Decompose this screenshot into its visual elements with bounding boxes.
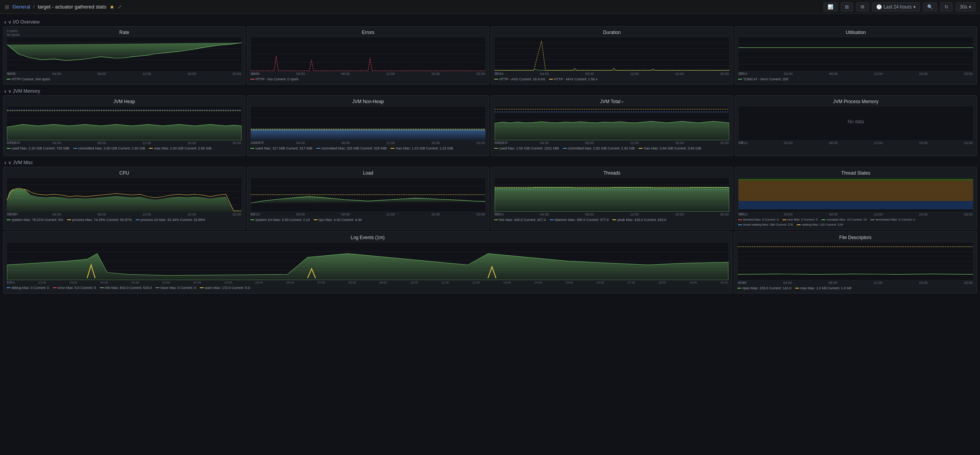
jvm-nonheap-chart-container: 1.40 GiB954 MiB477 MiB0 B: [250, 106, 486, 145]
bottom-grid: Log Events (1m) 1 K7505002500: [3, 231, 977, 294]
thread-states-x-ticks: 00:0004:0008:0012:0016:0020:00: [738, 212, 973, 217]
header-left: ⊞ General / target - actuator gathered s…: [5, 4, 122, 10]
utilisation-svg-container: 00:0004:0008:0012:0016:0020:00: [738, 37, 973, 76]
jvm-memory-section-header[interactable]: ∨ JVM Memory: [3, 86, 977, 95]
cpu-chart: [7, 177, 242, 212]
rate-title: Rate: [7, 30, 242, 35]
errors-x-ticks: 00:0004:0008:0012:0016:0020:00: [250, 71, 486, 76]
cpu-legend: system Max: 78.21% Current: 0% process M…: [7, 218, 242, 222]
jvm-total-chart-container: 4.66 GiB3.73 GiB2.79 GiB1.86 GiB954 MiB0…: [494, 106, 730, 145]
errors-chart-container: 0.0200 ops/s0.0150 ops/s0.0100 ops/s0.00…: [250, 37, 486, 76]
jvm-total-legend: used Max: 2.50 GiB Current: 1021 MiB com…: [494, 146, 730, 150]
duration-title: Duration: [494, 30, 730, 35]
duration-panel: Duration 30 s25 s20 s15 s10 s5 s0 s: [491, 26, 733, 85]
header: ⊞ General / target - actuator gathered s…: [0, 0, 980, 14]
clock-icon: 🕐: [876, 4, 882, 10]
thread-states-chart-container: 3002001000: [738, 177, 973, 217]
duration-chart-container: 30 s25 s20 s15 s10 s5 s0 s: [494, 37, 730, 76]
duration-legend: HTTP - AVG Current: 19.9 ms HTTP - MAX C…: [494, 77, 730, 81]
jvm-memory-grid: JVM Heap 2.79 GiB1.86 GiB954 MiB0 B: [3, 95, 977, 156]
star-icon[interactable]: ★: [110, 4, 115, 10]
rate-chart-container: 300 ops/s250 ops/s200 ops/s150 ops/s100 …: [7, 37, 242, 76]
load-x-ticks: 00:0004:0008:0012:0016:0020:00: [250, 212, 486, 217]
file-descriptors-x-ticks: 00:0004:0008:0012:0016:0020:00: [737, 280, 973, 285]
cpu-title: CPU: [7, 170, 242, 176]
jvm-nonheap-chart: [250, 106, 486, 141]
file-descriptors-chart-container: 10 Mil1 Mil100 K10 K1 K100101: [737, 242, 973, 285]
jvm-nonheap-title: JVM Non-Heap: [250, 99, 486, 104]
io-overview-section-header[interactable]: ∨ I/O Overview: [3, 17, 977, 26]
rate-chart: [7, 37, 242, 71]
threads-chart-container: 5004003002001000: [494, 177, 730, 217]
svg-rect-50: [738, 180, 973, 201]
file-descriptors-chart: [737, 242, 973, 280]
rate-x-ticks: 00:0004:0008:0012:0016:0020:00: [7, 71, 242, 76]
threads-title: Threads: [494, 170, 730, 176]
page-title: target - actuator gathered stats: [38, 4, 106, 10]
errors-chart: [250, 37, 486, 71]
cpu-svg-container: 00:0004:0008:0012:0016:0020:00: [7, 177, 242, 217]
rate-panel: Rate 300 ops/s250 ops/s200 ops/s150 ops/…: [3, 26, 245, 85]
refresh-rate-button[interactable]: 30s ▾: [956, 2, 975, 12]
time-range-button[interactable]: 🕐 Last 24 hours ▾: [872, 2, 920, 12]
jvm-nonheap-svg-container: 00:0004:0008:0012:0016:0020:00: [250, 106, 486, 145]
thread-states-legend: blocked Max: 0 Current: 0 new Max: 0 Cur…: [738, 218, 973, 226]
share-icon[interactable]: ⤢: [118, 4, 122, 10]
errors-panel: Errors 0.0200 ops/s0.0150 ops/s0.0100 op…: [247, 26, 489, 85]
jvm-heap-panel: JVM Heap 2.79 GiB1.86 GiB954 MiB0 B: [3, 95, 245, 156]
rate-svg-container: 00:0004:0008:0012:0016:0020:00: [7, 37, 242, 76]
thread-states-title: Thread States: [738, 170, 973, 176]
errors-legend: HTTP - 5xx Current: 0 ops/s: [250, 77, 486, 81]
log-events-chart: [7, 242, 729, 280]
jvm-process-memory-panel: JVM Process Memory 1 B0.750 B0.500 B0.25…: [735, 95, 977, 156]
utilisation-chart-container: 250200150100500: [738, 37, 973, 76]
jvm-nonheap-legend: used Max: 317 MiB Current: 317 MiB commi…: [250, 146, 486, 150]
log-events-x-ticks: 21:0022:0023:0000:0001:0002:0003:0004:00…: [7, 280, 729, 285]
load-title: Load: [250, 170, 486, 176]
cpu-x-ticks: 00:0004:0008:0012:0016:0020:00: [7, 212, 242, 217]
jvm-heap-chart: [7, 106, 242, 141]
dashboard-settings-button[interactable]: ⊞: [841, 2, 853, 12]
breadcrumb-general[interactable]: General: [12, 4, 30, 10]
utilisation-panel: Utilisation 250200150100500: [735, 26, 977, 85]
duration-x-ticks: 00:0004:0008:0012:0016:0020:00: [494, 71, 730, 76]
jvm-total-panel: JVM Total ▾ 4.66 GiB3.73 GiB2.79 GiB1.86…: [491, 95, 733, 156]
thread-states-chart: [738, 177, 973, 212]
no-data-label: No data: [738, 106, 973, 137]
chart-type-button[interactable]: 📊: [823, 2, 838, 12]
refresh-rate-label: 30s: [960, 4, 967, 10]
zoom-out-button[interactable]: 🔍: [923, 2, 937, 12]
jvm-total-dropdown[interactable]: ▾: [622, 100, 623, 104]
jvm-process-memory-chart: No data: [738, 106, 973, 141]
utilisation-x-ticks: 00:0004:0008:0012:0016:0020:00: [738, 71, 973, 76]
file-descriptors-svg-container: 00:0004:0008:0012:0016:0020:00: [737, 242, 973, 285]
cpu-panel: CPU 100.0%80.0%60.0%40.0%20.0%0%: [3, 167, 245, 230]
utilisation-title: Utilisation: [738, 30, 973, 35]
log-events-title: Log Events (1m): [7, 235, 729, 240]
jvm-total-svg-container: 00:0004:0008:0012:0016:0020:00: [494, 106, 730, 145]
jvm-process-memory-legend: [738, 146, 973, 153]
jvm-total-chart: [494, 106, 730, 141]
svg-rect-51: [738, 201, 973, 210]
file-descriptors-panel: File Descriptors 10 Mil1 Mil100 K10 K1 K…: [734, 231, 977, 294]
jvm-total-title: JVM Total ▾: [494, 99, 730, 104]
jvm-misc-grid: CPU 100.0%80.0%60.0%40.0%20.0%0%: [3, 167, 977, 230]
load-panel: Load 8.06.04.02.00: [247, 167, 489, 230]
log-events-legend: debug Max: 0 Current: 0 error Max: 5.0 C…: [7, 286, 729, 290]
log-events-svg-container: 21:0022:0023:0000:0001:0002:0003:0004:00…: [7, 242, 729, 285]
threads-panel: Threads 5004003002001000: [491, 167, 733, 230]
header-right: 📊 ⊞ ⚙ 🕐 Last 24 hours ▾ 🔍 ↻ 30s ▾: [823, 2, 975, 12]
jvm-heap-chart-container: 2.79 GiB1.86 GiB954 MiB0 B: [7, 106, 242, 145]
utilisation-chart: [738, 37, 973, 71]
jvm-heap-legend: used Max: 2.20 GiB Current: 703 MiB comm…: [7, 146, 242, 150]
refresh-button[interactable]: ↻: [940, 2, 953, 12]
jvm-misc-section-header[interactable]: ∨ JVM Misc: [3, 158, 977, 167]
grid-icon: ⊞: [5, 4, 9, 10]
settings-button[interactable]: ⚙: [856, 2, 869, 12]
duration-svg-container: 00:0004:0008:0012:0016:0020:00: [494, 37, 730, 76]
threads-svg-container: 00:0004:0008:0012:0016:0020:00: [494, 177, 730, 217]
threads-legend: live Max: 430.0 Current: 427.0 daemon Ma…: [494, 218, 730, 222]
threads-x-ticks: 00:0004:0008:0012:0016:0020:00: [494, 212, 730, 217]
jvm-process-memory-title: JVM Process Memory: [738, 99, 973, 104]
utilisation-legend: TOMCAT - MAX Current: 200: [738, 77, 973, 81]
